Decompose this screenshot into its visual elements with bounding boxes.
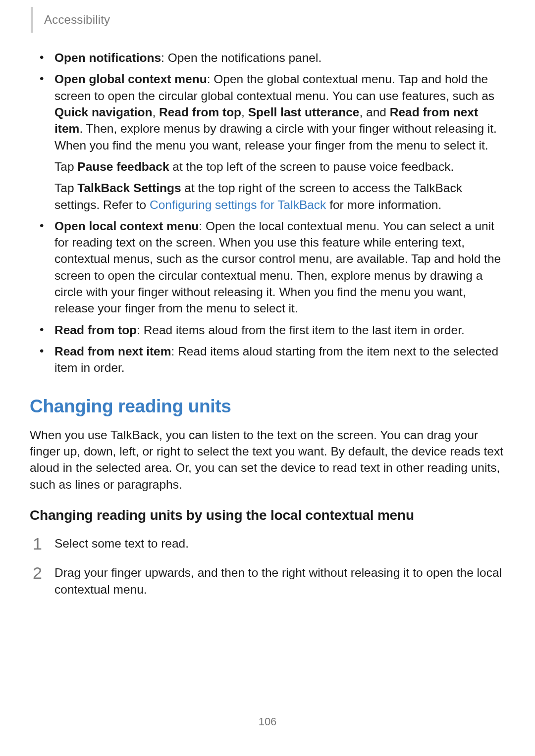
step-1: 1 Select some text to read. <box>30 535 505 552</box>
text: Tap <box>54 181 77 195</box>
header-divider <box>31 7 33 33</box>
bullet-term: Open notifications <box>54 51 161 64</box>
feature-name: Spell last utterance <box>248 105 360 119</box>
bullet-text: . Then, explore menus by drawing a circl… <box>54 122 497 151</box>
text: Tap <box>54 160 77 173</box>
step-text: Drag your finger upwards, and then to th… <box>54 566 502 596</box>
bullet-open-global-context-menu: Open global context menu: Open the globa… <box>30 71 505 213</box>
text: for more information. <box>326 198 441 211</box>
bullet-term: Read from top <box>54 323 137 337</box>
bullet-open-local-context-menu: Open local context menu: Open the local … <box>30 218 505 317</box>
sub-paragraph: Tap Pause feedback at the top left of th… <box>54 158 505 175</box>
body-paragraph: When you use TalkBack, you can listen to… <box>30 427 505 493</box>
ui-label: Pause feedback <box>77 160 169 173</box>
subsection-heading: Changing reading units by using the loca… <box>30 507 505 523</box>
bullet-read-from-next-item: Read from next item: Read items aloud st… <box>30 343 505 376</box>
text: , <box>152 105 159 119</box>
step-number: 1 <box>33 532 42 555</box>
bullet-term: Read from next item <box>54 345 171 358</box>
bullet-term: Open global context menu <box>54 72 207 86</box>
ui-label: TalkBack Settings <box>77 181 181 195</box>
section-heading-changing-reading-units: Changing reading units <box>30 396 505 417</box>
feature-name: Read from top <box>159 105 241 119</box>
cross-reference-link[interactable]: Configuring settings for TalkBack <box>150 198 326 211</box>
bullet-open-notifications: Open notifications: Open the notificatio… <box>30 50 505 66</box>
text: , and <box>359 105 389 119</box>
feature-bullet-list: Open notifications: Open the notificatio… <box>30 50 505 376</box>
text: , <box>241 105 248 119</box>
bullet-text: : Open the notifications panel. <box>161 51 321 64</box>
page-number: 106 <box>0 715 535 728</box>
step-text: Select some text to read. <box>54 537 189 550</box>
sub-paragraph: Tap TalkBack Settings at the top right o… <box>54 180 505 213</box>
section-breadcrumb: Accessibility <box>44 13 110 27</box>
page-content: Open notifications: Open the notificatio… <box>30 50 505 610</box>
step-2: 2 Drag your finger upwards, and then to … <box>30 564 505 598</box>
text: at the top left of the screen to pause v… <box>169 160 454 173</box>
bullet-read-from-top: Read from top: Read items aloud from the… <box>30 322 505 338</box>
step-list: 1 Select some text to read. 2 Drag your … <box>30 535 505 598</box>
feature-name: Quick navigation <box>54 105 152 119</box>
bullet-text: : Read items aloud from the first item t… <box>137 323 465 337</box>
bullet-term: Open local context menu <box>54 219 199 233</box>
bullet-text: : Open the local contextual menu. You ca… <box>54 219 501 315</box>
page-header: Accessibility <box>0 0 110 40</box>
step-number: 2 <box>33 561 42 584</box>
